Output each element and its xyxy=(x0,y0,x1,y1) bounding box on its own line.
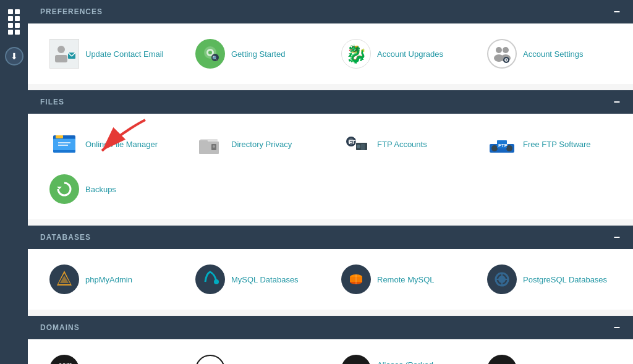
files-header: FILES − xyxy=(28,90,633,114)
backups-item[interactable]: Backups xyxy=(40,168,195,210)
preferences-title: PREFERENCES xyxy=(40,7,103,16)
ftp-accounts-label: FTP Accounts xyxy=(377,140,427,149)
svg-point-10 xyxy=(496,47,502,53)
directory-privacy-item[interactable]: Directory Privacy xyxy=(186,123,329,165)
files-title: FILES xyxy=(40,98,64,106)
online-file-manager-item[interactable]: Online File Manager xyxy=(40,123,183,165)
account-settings-item[interactable]: Account Settings xyxy=(478,33,621,75)
directory-privacy-icon xyxy=(195,129,225,159)
databases-section: DATABASES − phpMyAdmin xyxy=(28,226,633,310)
databases-title: DATABASES xyxy=(40,233,91,242)
online-file-manager-label: Online File Manager xyxy=(85,140,158,149)
phpmyadmin-label: phpMyAdmin xyxy=(85,275,132,284)
aliases-parked-domains-label: Aliases (Parked Domains) xyxy=(377,360,465,364)
backups-label: Backups xyxy=(85,185,116,194)
files-section: FILES − xyxy=(28,90,633,219)
svg-point-28 xyxy=(213,145,215,148)
mysql-databases-icon xyxy=(195,265,225,294)
account-settings-label: Account Settings xyxy=(523,49,584,59)
remote-mysql-icon xyxy=(341,265,371,294)
preferences-collapse[interactable]: − xyxy=(613,6,621,17)
svg-point-7 xyxy=(208,51,212,54)
avatar[interactable]: ⬇ xyxy=(5,47,23,66)
main-content: PREFERENCES − Update Contact Email xyxy=(28,0,633,364)
free-ftp-software-label: Free FTP Software xyxy=(523,140,591,149)
svg-point-11 xyxy=(503,47,509,53)
addon-domains-icon: .com + xyxy=(49,355,79,364)
domains-section: DOMAINS − .com + Addon Domains sub. Sub … xyxy=(28,316,633,364)
svg-text:🔍: 🔍 xyxy=(212,55,218,61)
domains-body: .com + Addon Domains sub. Sub Domains .c… xyxy=(28,339,633,364)
postgresql-databases-label: PostgreSQL Databases xyxy=(523,275,607,284)
domains-collapse[interactable]: − xyxy=(613,322,621,333)
databases-collapse[interactable]: − xyxy=(613,232,621,243)
svg-rect-34 xyxy=(361,144,365,150)
redirects-item[interactable]: .com ↗ Redirects xyxy=(478,349,621,364)
account-upgrades-icon: 🐉 xyxy=(341,39,371,69)
getting-started-item[interactable]: 🔍 Getting Started xyxy=(186,33,329,75)
remote-mysql-label: Remote MySQL xyxy=(377,275,434,284)
databases-body: phpMyAdmin MySQL Databases xyxy=(28,249,633,310)
preferences-section: PREFERENCES − Update Contact Email xyxy=(28,0,633,84)
sidebar: ⬇ xyxy=(0,0,28,364)
update-contact-email-label: Update Contact Email xyxy=(85,49,163,59)
redirects-icon: .com ↗ xyxy=(487,355,517,364)
phpmyadmin-item[interactable]: phpMyAdmin xyxy=(40,258,183,300)
databases-header: DATABASES − xyxy=(28,226,633,249)
backups-icon xyxy=(49,174,79,204)
files-collapse[interactable]: − xyxy=(613,96,621,108)
domains-header: DOMAINS − xyxy=(28,316,633,339)
postgresql-databases-icon xyxy=(487,265,517,294)
files-body: Online File Manager Directory Privacy xyxy=(28,114,633,219)
svg-text:FTP: FTP xyxy=(498,143,508,148)
account-upgrades-label: Account Upgrades xyxy=(377,49,443,59)
svg-rect-1 xyxy=(55,55,67,62)
svg-point-36 xyxy=(491,145,498,151)
update-contact-email-item[interactable]: Update Contact Email xyxy=(40,33,183,75)
aliases-parked-domains-icon: .com ≡ xyxy=(341,355,371,364)
update-contact-email-icon xyxy=(49,39,79,69)
domains-title: DOMAINS xyxy=(40,323,80,332)
svg-point-16 xyxy=(506,60,507,61)
preferences-body: Update Contact Email 🔍 Getting Started xyxy=(28,23,633,84)
getting-started-icon: 🔍 xyxy=(195,39,225,69)
postgresql-databases-item[interactable]: PostgreSQL Databases xyxy=(478,258,621,300)
mysql-databases-label: MySQL Databases xyxy=(231,275,299,284)
ftp-accounts-icon: FTP xyxy=(341,129,371,159)
free-ftp-software-item[interactable]: FTP Free FTP Software xyxy=(478,123,621,165)
svg-rect-20 xyxy=(56,135,63,138)
addon-domains-item[interactable]: .com + Addon Domains xyxy=(40,349,183,364)
account-upgrades-item[interactable]: 🐉 Account Upgrades xyxy=(332,33,475,75)
svg-point-33 xyxy=(357,145,360,148)
avatar-icon: ⬇ xyxy=(11,51,18,61)
getting-started-label: Getting Started xyxy=(231,49,285,59)
directory-privacy-label: Directory Privacy xyxy=(231,140,292,149)
remote-mysql-item[interactable]: Remote MySQL xyxy=(332,258,475,300)
sub-domains-item[interactable]: sub. Sub Domains xyxy=(186,349,329,364)
svg-rect-21 xyxy=(53,139,75,150)
online-file-manager-icon xyxy=(49,129,79,159)
svg-point-0 xyxy=(57,46,65,53)
aliases-parked-domains-item[interactable]: .com ≡ Aliases (Parked Domains) xyxy=(332,349,475,364)
preferences-header: PREFERENCES − xyxy=(28,0,633,23)
ftp-accounts-item[interactable]: FTP FTP Accounts xyxy=(332,123,475,165)
mysql-databases-item[interactable]: MySQL Databases xyxy=(186,258,329,300)
sub-domains-icon: sub. xyxy=(195,355,225,364)
phpmyadmin-icon xyxy=(49,265,79,294)
svg-rect-26 xyxy=(199,140,208,143)
apps-grid-icon[interactable] xyxy=(5,6,23,38)
svg-point-45 xyxy=(214,279,219,284)
account-settings-icon xyxy=(487,39,517,69)
free-ftp-software-icon: FTP xyxy=(487,129,517,159)
